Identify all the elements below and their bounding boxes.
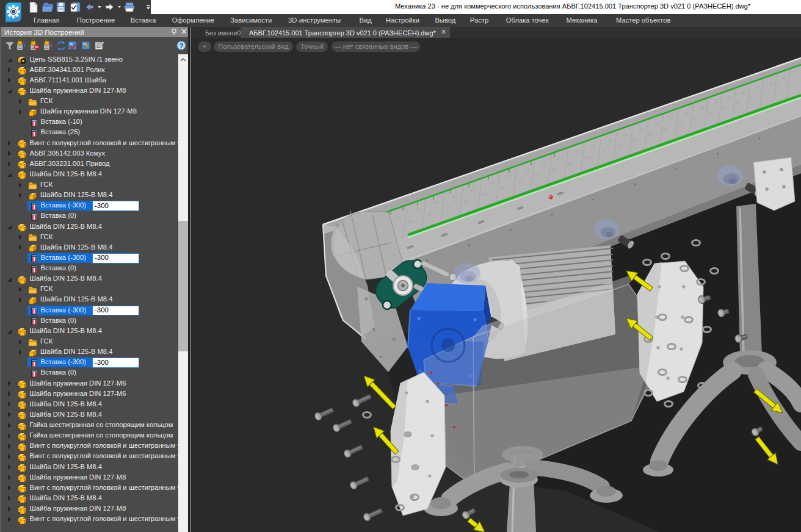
svg-text:?: ? bbox=[179, 42, 184, 49]
